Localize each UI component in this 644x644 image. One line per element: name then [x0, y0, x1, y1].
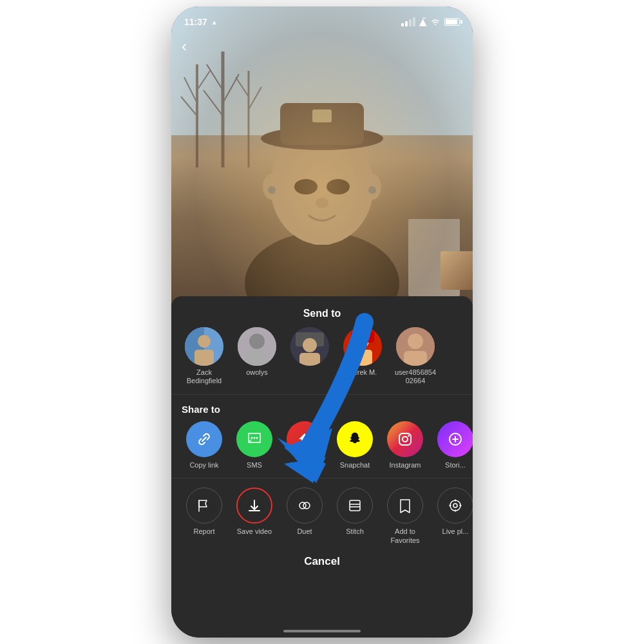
share-message[interactable]: Message: [282, 421, 327, 469]
bar1: [401, 23, 404, 26]
svg-point-45: [254, 437, 256, 439]
contact-owolys-name: owolys: [246, 368, 268, 377]
stitch-icon: [337, 488, 373, 524]
contact-zack[interactable]: Zack Bedingfield: [182, 327, 227, 385]
share-snapchat[interactable]: Snapchat: [332, 421, 377, 469]
report-icon: [186, 488, 222, 524]
snapchat-icon: [337, 421, 373, 457]
wifi-icon: ▲̈: [419, 17, 426, 27]
share-stories[interactable]: Stori...: [433, 421, 473, 469]
bar2: [405, 21, 408, 26]
avatar-third: [290, 327, 329, 366]
contact-owolys[interactable]: owolys: [234, 327, 279, 385]
corner-avatar: [440, 251, 473, 290]
avatar-zack: [185, 327, 223, 366]
action-favorites[interactable]: Add to Favorites: [383, 488, 428, 544]
back-button[interactable]: ‹: [182, 37, 187, 55]
status-bar: 11:37 ▲ ▲̈: [171, 6, 473, 32]
contact-derek[interactable]: Derek M.: [340, 327, 385, 385]
status-time: 11:37: [184, 17, 207, 27]
message-svg: [296, 431, 313, 448]
action-stitch[interactable]: Stitch: [332, 488, 377, 544]
phone-frame: 11:37 ▲ ▲̈: [171, 6, 473, 638]
instagram-svg: [397, 431, 413, 448]
divider-1: [171, 394, 473, 395]
snapchat-svg: [346, 431, 363, 448]
liveph-svg: [448, 498, 463, 513]
wifi-icon-svg: [430, 18, 440, 26]
avatar-derek: [343, 327, 382, 366]
instagram-icon: [387, 421, 423, 457]
bottom-sheet: Send to Zack Bedingfield: [171, 296, 473, 638]
svg-point-54: [303, 502, 310, 509]
svg-rect-36: [299, 353, 320, 366]
share-instagram[interactable]: Instagram: [383, 421, 428, 469]
signal-bars: [401, 17, 415, 26]
action-report[interactable]: Report: [182, 488, 227, 544]
contacts-row: Zack Bedingfield owolys: [171, 327, 473, 385]
avatar-third-img: [290, 327, 329, 366]
svg-rect-43: [404, 351, 427, 366]
battery-fill: [446, 19, 457, 24]
stitch-svg: [347, 498, 363, 513]
svg-point-48: [402, 437, 408, 442]
liveph-label: Live pl...: [442, 527, 469, 536]
svg-rect-29: [194, 350, 214, 366]
favorites-icon: [387, 488, 423, 524]
video-overlay: [171, 6, 473, 309]
actions-row: Report Save video Duet: [171, 488, 473, 544]
liveph-icon: [437, 488, 473, 524]
avatar-owolys: [238, 327, 276, 366]
status-icons: ▲̈: [401, 17, 460, 27]
action-duet[interactable]: Duet: [282, 488, 327, 544]
contact-third[interactable]: [287, 327, 332, 385]
save-video-icon: [236, 488, 272, 524]
bar4: [413, 17, 415, 26]
duet-label: Duet: [297, 527, 312, 536]
contact-user-name: user4856854 02664: [393, 368, 438, 385]
avatar-zack-img: [185, 327, 223, 366]
location-arrow: ▲: [211, 19, 218, 26]
cancel-button[interactable]: Cancel: [171, 545, 473, 573]
report-label: Report: [193, 527, 214, 536]
favorites-label: Add to Favorites: [383, 527, 428, 544]
message-label: Message: [290, 461, 319, 469]
svg-rect-55: [350, 500, 360, 511]
share-sms[interactable]: SMS: [232, 421, 277, 469]
stories-icon: [437, 421, 473, 457]
instagram-label: Instagram: [390, 461, 421, 469]
contact-user[interactable]: user4856854 02664: [393, 327, 438, 385]
svg-point-42: [408, 334, 423, 349]
save-video-label: Save video: [237, 527, 272, 536]
stitch-label: Stitch: [346, 527, 364, 536]
action-savevideo[interactable]: Save video: [232, 488, 277, 544]
svg-point-28: [198, 335, 211, 348]
sms-icon: [236, 421, 272, 457]
corner-avatar-inner: [440, 251, 473, 290]
avatar-user: [396, 327, 435, 366]
svg-point-59: [453, 504, 457, 507]
divider-2: [171, 478, 473, 478]
svg-rect-39: [353, 350, 372, 366]
action-liveph[interactable]: Live pl...: [433, 488, 473, 544]
sms-svg: [246, 431, 263, 448]
report-svg: [196, 498, 212, 513]
svg-point-58: [450, 500, 460, 511]
share-to-title: Share to: [171, 404, 473, 421]
snapchat-label: Snapchat: [340, 461, 370, 469]
send-to-title: Send to: [171, 296, 473, 327]
battery-icon: [444, 18, 460, 26]
svg-rect-40: [351, 331, 374, 343]
contact-derek-name: Derek M.: [348, 368, 377, 377]
avatar-derek-img: [343, 327, 382, 366]
share-row: Copy link SMS: [171, 421, 473, 469]
contact-zack-name: Zack Bedingfield: [182, 368, 227, 385]
duet-svg: [297, 498, 312, 513]
svg-point-35: [303, 338, 317, 352]
svg-point-31: [249, 334, 265, 349]
home-indicator: [283, 630, 361, 632]
stories-label: Stori...: [445, 461, 466, 469]
bar3: [409, 19, 412, 26]
share-copylink[interactable]: Copy link: [182, 421, 227, 469]
svg-point-49: [408, 435, 410, 437]
